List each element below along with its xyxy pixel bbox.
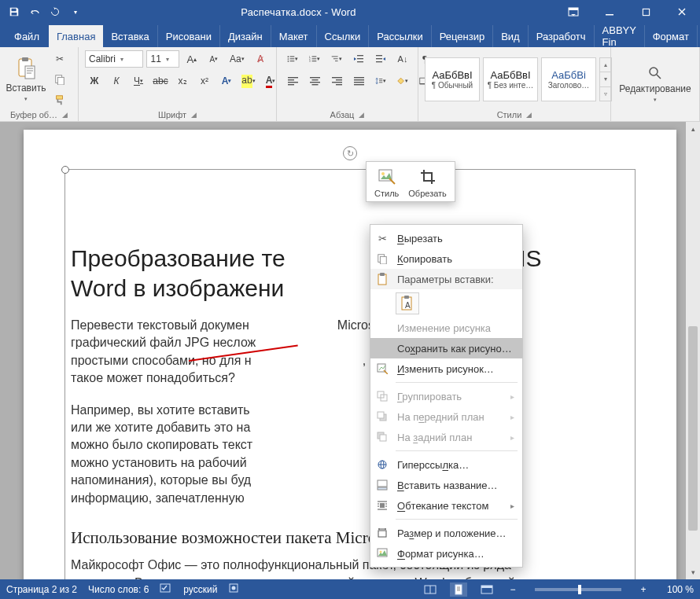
- view-print-layout-icon[interactable]: [450, 582, 467, 597]
- shading-icon[interactable]: ▾: [393, 72, 412, 90]
- tab-references[interactable]: Ссылки: [317, 25, 370, 47]
- editing-dropdown[interactable]: Редактирование ▾: [620, 58, 691, 110]
- styles-launcher-icon[interactable]: ◢: [526, 111, 532, 119]
- ctx-size-position[interactable]: Размер и положение…: [370, 523, 522, 543]
- shrink-font-icon[interactable]: A▾: [204, 50, 223, 68]
- account-area[interactable]: [512, 0, 555, 24]
- underline-button[interactable]: Ч▾: [129, 72, 148, 90]
- bullets-icon[interactable]: ▾: [283, 50, 302, 68]
- styles-scroll-down-icon[interactable]: ▾: [600, 72, 611, 86]
- align-right-icon[interactable]: [327, 72, 346, 90]
- minimize-button[interactable]: [591, 0, 628, 24]
- superscript-button[interactable]: x²: [195, 72, 214, 90]
- italic-button[interactable]: К: [107, 72, 126, 90]
- justify-icon[interactable]: [349, 72, 368, 90]
- align-left-icon[interactable]: [283, 72, 302, 90]
- style-normal[interactable]: АаБбВвІ ¶ Обычный: [425, 57, 480, 101]
- status-word-count[interactable]: Число слов: 6: [88, 584, 149, 595]
- subscript-button[interactable]: x₂: [173, 72, 192, 90]
- style-no-spacing[interactable]: АаБбВвІ ¶ Без инте…: [483, 57, 538, 101]
- status-page[interactable]: Страница 2 из 2: [6, 584, 77, 595]
- ctx-format-picture[interactable]: Формат рисунка…: [370, 543, 522, 564]
- font-size-combo[interactable]: 11▾: [146, 50, 179, 68]
- status-spellcheck-icon[interactable]: [160, 582, 172, 596]
- sort-icon[interactable]: A↓: [393, 50, 412, 68]
- tab-mailings[interactable]: Рассылки: [369, 25, 431, 47]
- ctx-insert-caption[interactable]: Вставить название…: [370, 475, 522, 495]
- highlight-icon[interactable]: ab▾: [239, 72, 258, 90]
- ctx-copy[interactable]: Копировать: [370, 248, 522, 269]
- format-painter-icon[interactable]: [50, 91, 69, 108]
- zoom-in-button[interactable]: +: [637, 584, 650, 595]
- tab-home[interactable]: Главная: [49, 25, 103, 47]
- view-read-mode-icon[interactable]: [422, 582, 439, 597]
- svg-rect-49: [379, 82, 382, 83]
- tab-file[interactable]: Файл: [5, 25, 49, 47]
- redo-icon[interactable]: [46, 2, 64, 21]
- tab-draw[interactable]: Рисовани: [158, 25, 220, 47]
- paste-keep-source-icon[interactable]: A: [396, 292, 419, 314]
- font-name-combo[interactable]: Calibri▾: [85, 50, 143, 68]
- status-language[interactable]: русский: [183, 584, 217, 595]
- grow-font-icon[interactable]: A▴: [182, 50, 201, 68]
- ribbon-display-options-icon[interactable]: [555, 0, 591, 24]
- qat-customize-icon[interactable]: ▾: [66, 2, 85, 21]
- resize-handle-nw[interactable]: [61, 166, 69, 174]
- tab-format[interactable]: Формат: [645, 25, 698, 47]
- scroll-down-icon[interactable]: ▾: [686, 565, 700, 579]
- tab-layout[interactable]: Макет: [271, 25, 317, 47]
- numbering-icon[interactable]: 123▾: [305, 50, 324, 68]
- scroll-up-icon[interactable]: ▴: [686, 122, 700, 136]
- vertical-scrollbar[interactable]: ▴ ▾: [686, 122, 700, 579]
- svg-rect-44: [354, 79, 364, 80]
- styles-gallery-nav[interactable]: ▴ ▾ ▿: [599, 57, 612, 101]
- cut-icon[interactable]: ✂: [50, 50, 69, 68]
- rotate-handle-icon[interactable]: ↻: [343, 146, 357, 160]
- close-button[interactable]: [664, 0, 700, 24]
- tab-abbyy[interactable]: ABBYY Fin: [595, 25, 645, 47]
- styles-scroll-up-icon[interactable]: ▴: [600, 58, 611, 72]
- zoom-slider[interactable]: [535, 588, 621, 591]
- change-case-icon[interactable]: Aa▾: [227, 50, 248, 68]
- tab-insert[interactable]: Вставка: [103, 25, 157, 47]
- font-launcher-icon[interactable]: ◢: [191, 111, 197, 119]
- multilevel-list-icon[interactable]: ▾: [327, 50, 346, 68]
- strikethrough-button[interactable]: abc: [151, 72, 170, 90]
- mini-style-button[interactable]: Стиль: [374, 167, 399, 198]
- ctx-cut[interactable]: ✂ Вырезать: [370, 228, 522, 248]
- line-spacing-icon[interactable]: ▾: [371, 72, 390, 90]
- save-icon[interactable]: [5, 2, 24, 21]
- paragraph-launcher-icon[interactable]: ◢: [359, 111, 364, 119]
- increase-indent-icon[interactable]: [371, 50, 390, 68]
- align-center-icon[interactable]: [305, 72, 324, 90]
- decrease-indent-icon[interactable]: [349, 50, 368, 68]
- ctx-hyperlink[interactable]: Гиперссылка…: [370, 454, 522, 475]
- style-heading1[interactable]: АаБбВі Заголово…: [541, 57, 596, 101]
- ctx-wrap-text[interactable]: Обтекание текстом▸: [370, 495, 522, 516]
- view-web-layout-icon[interactable]: [478, 582, 496, 597]
- tab-design[interactable]: Дизайн: [220, 25, 271, 47]
- picture-selection-frame[interactable]: ↻: [64, 169, 636, 579]
- scroll-thumb[interactable]: [688, 326, 698, 531]
- svg-rect-21: [312, 61, 317, 61]
- ctx-save-as-picture[interactable]: Сохранить как рисунок…: [370, 338, 522, 358]
- mini-crop-button[interactable]: Обрезать: [408, 167, 447, 198]
- styles-expand-icon[interactable]: ▿: [600, 87, 611, 101]
- clear-formatting-icon[interactable]: A̷: [251, 50, 270, 68]
- zoom-out-button[interactable]: −: [507, 584, 519, 595]
- document-viewport[interactable]: Преобразование текстового документа MS W…: [0, 122, 700, 579]
- status-macro-icon[interactable]: [228, 582, 239, 596]
- text-effects-icon[interactable]: A▾: [217, 72, 236, 90]
- zoom-level-label[interactable]: 100 %: [667, 584, 694, 595]
- ctx-edit-picture[interactable]: Изменить рисунок…: [370, 358, 522, 379]
- tab-developer[interactable]: Разработч: [529, 25, 595, 47]
- bold-button[interactable]: Ж: [85, 72, 104, 90]
- undo-icon[interactable]: [25, 2, 44, 21]
- copy-icon[interactable]: [50, 71, 69, 88]
- maximize-button[interactable]: [628, 0, 664, 24]
- tab-view[interactable]: Вид: [493, 25, 529, 47]
- paste-button[interactable]: Вставить ▾: [6, 53, 46, 105]
- svg-rect-30: [376, 61, 382, 62]
- tab-review[interactable]: Рецензир: [432, 25, 494, 47]
- clipboard-launcher-icon[interactable]: ◢: [62, 111, 68, 119]
